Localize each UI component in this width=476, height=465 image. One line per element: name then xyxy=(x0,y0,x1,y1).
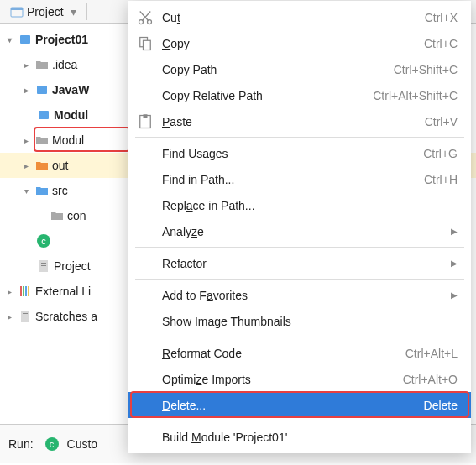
cut-icon xyxy=(137,9,154,26)
tree-label: JavaW xyxy=(52,83,89,97)
menu-copy[interactable]: Copy Ctrl+C xyxy=(128,30,471,56)
svg-rect-7 xyxy=(41,265,46,266)
menu-label: Build Module 'Project01' xyxy=(162,431,458,444)
menu-shortcut: Ctrl+C xyxy=(424,37,458,50)
paste-icon xyxy=(137,113,154,130)
menu-label: Copy Relative Path xyxy=(162,89,364,102)
svg-rect-2 xyxy=(20,35,30,44)
menu-label: Replace in Path... xyxy=(162,199,458,212)
folder-icon xyxy=(50,209,64,222)
project-pane-icon xyxy=(10,5,24,18)
chevron-right-icon[interactable] xyxy=(3,312,15,321)
iml-file-icon xyxy=(37,259,50,273)
menu-add-to-favorites[interactable]: Add to Favorites ▶ xyxy=(128,282,471,308)
libraries-icon xyxy=(18,285,32,298)
chevron-right-icon[interactable] xyxy=(20,161,32,170)
tree-label: Scratches a xyxy=(35,310,97,323)
menu-shortcut: Ctrl+H xyxy=(424,173,458,186)
menu-label: Delete... xyxy=(162,399,416,412)
module-icon xyxy=(37,108,50,122)
menu-paste[interactable]: Paste Ctrl+V xyxy=(128,108,471,134)
svg-rect-6 xyxy=(41,263,46,264)
svg-rect-1 xyxy=(11,8,23,10)
menu-label: Reformat Code xyxy=(162,347,397,360)
menu-shortcut: Ctrl+Shift+C xyxy=(394,63,458,76)
submenu-arrow-icon: ▶ xyxy=(451,259,458,268)
menu-copy-relative-path[interactable]: Copy Relative Path Ctrl+Alt+Shift+C xyxy=(128,82,471,108)
run-config-name[interactable]: Custo xyxy=(67,437,98,451)
svg-rect-10 xyxy=(25,286,27,296)
menu-label: Find Usages xyxy=(162,147,415,160)
tree-label: Project xyxy=(54,259,91,273)
menu-separator xyxy=(135,421,464,421)
project-icon xyxy=(18,33,32,46)
tree-label: out xyxy=(52,159,68,172)
menu-replace-in-path[interactable]: Replace in Path... xyxy=(128,192,471,218)
chevron-right-icon[interactable] xyxy=(3,287,15,296)
menu-label: Analyze xyxy=(162,225,442,238)
chevron-right-icon[interactable] xyxy=(20,86,32,95)
menu-shortcut: Ctrl+Alt+Shift+C xyxy=(373,89,458,102)
svg-rect-19 xyxy=(144,114,148,118)
menu-shortcut: Ctrl+X xyxy=(425,11,458,24)
menu-delete[interactable]: Delete... Delete xyxy=(128,392,471,418)
project-dropdown[interactable]: Project ▾ xyxy=(5,3,81,20)
menu-copy-path[interactable]: Copy Path Ctrl+Shift+C xyxy=(128,56,471,82)
tree-label: con xyxy=(67,209,86,222)
chevron-right-icon[interactable] xyxy=(20,136,32,145)
menu-build-module[interactable]: Build Module 'Project01' xyxy=(128,424,471,450)
menu-label: Refactor xyxy=(162,257,442,270)
svg-rect-4 xyxy=(39,111,49,119)
menu-label: Paste xyxy=(162,115,416,128)
chevron-down-icon[interactable] xyxy=(20,186,32,196)
module-icon xyxy=(35,83,49,97)
menu-label: Add to Favorites xyxy=(162,289,442,302)
menu-label: Copy xyxy=(162,37,416,50)
tree-label: Modul xyxy=(52,133,84,147)
menu-refactor[interactable]: Refactor ▶ xyxy=(128,250,471,276)
menu-analyze[interactable]: Analyze ▶ xyxy=(128,218,471,244)
toolbar-separator xyxy=(86,3,87,20)
chevron-down-icon[interactable] xyxy=(3,35,15,44)
menu-label: Optimize Imports xyxy=(162,373,395,386)
menu-separator xyxy=(135,247,464,248)
menu-label: Show Image Thumbnails xyxy=(162,315,458,328)
scratches-icon xyxy=(18,310,32,323)
source-folder-icon xyxy=(35,184,49,197)
svg-rect-13 xyxy=(23,313,28,314)
menu-optimize-imports[interactable]: Optimize Imports Ctrl+Alt+O xyxy=(128,366,471,392)
copy-icon xyxy=(137,35,154,52)
folder-icon xyxy=(35,58,49,71)
menu-cut[interactable]: Cut Ctrl+X xyxy=(128,4,471,30)
context-menu: Cut Ctrl+X Copy Ctrl+C Copy Path Ctrl+Sh… xyxy=(128,1,471,453)
svg-rect-11 xyxy=(28,286,29,296)
chevron-down-icon: ▾ xyxy=(71,5,76,18)
menu-reformat-code[interactable]: Reformat Code Ctrl+Alt+L xyxy=(128,340,471,366)
refresh-badge-icon: c xyxy=(37,234,50,248)
menu-shortcut: Ctrl+Alt+L xyxy=(405,347,458,360)
menu-shortcut: Delete xyxy=(424,399,458,412)
project-dropdown-label: Project xyxy=(27,5,64,18)
submenu-arrow-icon: ▶ xyxy=(451,290,458,300)
menu-show-thumbnails[interactable]: Show Image Thumbnails xyxy=(128,308,471,334)
submenu-arrow-icon: ▶ xyxy=(451,227,458,236)
svg-rect-3 xyxy=(37,86,47,94)
menu-label: Cut xyxy=(162,11,416,24)
svg-rect-12 xyxy=(21,311,29,322)
menu-find-in-path[interactable]: Find in Path... Ctrl+H xyxy=(128,166,471,192)
menu-find-usages[interactable]: Find Usages Ctrl+G xyxy=(128,140,471,166)
menu-separator xyxy=(135,279,464,280)
svg-rect-8 xyxy=(20,286,22,296)
chevron-right-icon[interactable] xyxy=(20,60,32,70)
svg-rect-9 xyxy=(23,286,24,296)
svg-rect-17 xyxy=(144,40,151,50)
menu-separator xyxy=(135,337,464,337)
tree-label: Modul xyxy=(54,108,88,122)
menu-shortcut: Ctrl+Alt+O xyxy=(403,373,458,386)
menu-separator xyxy=(135,137,464,138)
tree-label: Project01 xyxy=(35,33,88,46)
tree-label: src xyxy=(52,184,68,197)
menu-shortcut: Ctrl+G xyxy=(423,147,458,160)
folder-icon xyxy=(35,133,49,147)
run-config-badge-icon: c xyxy=(45,437,59,451)
